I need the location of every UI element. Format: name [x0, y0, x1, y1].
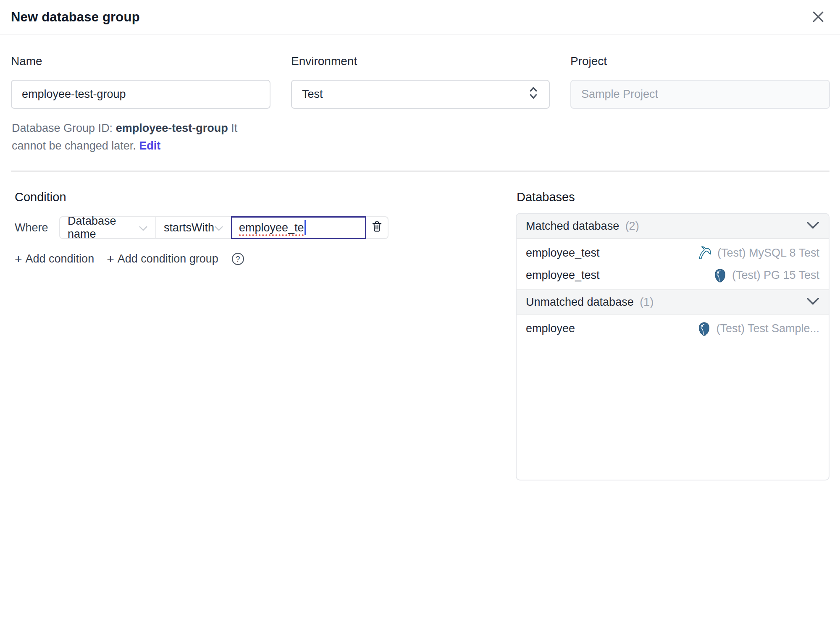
- help-icon[interactable]: ?: [232, 253, 244, 265]
- close-button[interactable]: [808, 7, 828, 27]
- group-id-helper: Database Group ID: employee-test-group I…: [12, 119, 271, 155]
- dialog-header: New database group: [0, 0, 840, 35]
- project-field-group: Project Sample Project: [570, 55, 830, 109]
- condition-links-row: + Add condition + Add condition group ?: [15, 252, 516, 265]
- edit-group-id-link[interactable]: Edit: [139, 139, 160, 152]
- database-instance: (Test) MySQL 8 Test: [697, 245, 819, 261]
- project-input-value: Sample Project: [581, 88, 658, 101]
- unmatched-database-title: Unmatched database: [526, 296, 634, 308]
- add-condition-button[interactable]: + Add condition: [15, 252, 94, 265]
- matched-database-header[interactable]: Matched database (2): [517, 214, 829, 239]
- name-label: Name: [11, 55, 270, 68]
- condition-field-select[interactable]: Database name: [59, 216, 156, 239]
- close-icon: [810, 8, 827, 26]
- databases-section: Databases Matched database (2) employee_…: [516, 190, 830, 480]
- unmatched-database-header[interactable]: Unmatched database (1): [517, 289, 829, 315]
- matched-database-title: Matched database: [526, 220, 619, 232]
- matched-database-count: (2): [625, 220, 639, 232]
- database-instance-label: (Test) Test Sample...: [716, 322, 819, 335]
- chevron-down-icon: [139, 221, 148, 234]
- database-instance-label: (Test) MySQL 8 Test: [717, 247, 819, 260]
- chevron-down-icon: [214, 221, 223, 234]
- condition-operator-select[interactable]: startsWith: [155, 216, 232, 239]
- project-label: Project: [570, 55, 830, 68]
- condition-heading: Condition: [15, 190, 516, 204]
- condition-value-text: employee_te: [239, 221, 304, 234]
- condition-row: Where Database name startsWith employee_…: [15, 216, 516, 239]
- postgresql-icon: [697, 321, 711, 336]
- database-instance: (Test) Test Sample...: [697, 321, 819, 336]
- chevron-down-icon: [806, 297, 819, 307]
- text-caret: [304, 220, 306, 235]
- database-instance-label: (Test) PG 15 Test: [732, 269, 819, 282]
- database-instance: (Test) PG 15 Test: [713, 268, 819, 283]
- dialog-title: New database group: [11, 10, 140, 25]
- database-row: employee (Test) Test Sample...: [517, 318, 829, 340]
- plus-icon: +: [15, 253, 22, 265]
- unmatched-database-count: (1): [640, 296, 654, 308]
- add-condition-label: Add condition: [26, 252, 94, 265]
- name-input-value: employee-test-group: [22, 88, 126, 101]
- postgresql-icon: [713, 268, 727, 283]
- databases-panel: Matched database (2) employee_test: [516, 213, 830, 480]
- environment-select-value: Test: [302, 88, 323, 101]
- condition-operator-value: startsWith: [164, 221, 214, 234]
- lower-area: Condition Where Database name startsWith…: [0, 172, 840, 480]
- name-input[interactable]: employee-test-group: [11, 80, 270, 109]
- database-name: employee_test: [526, 247, 600, 260]
- add-condition-group-label: Add condition group: [118, 252, 218, 265]
- delete-condition-button[interactable]: [365, 216, 388, 239]
- database-name: employee_test: [526, 269, 600, 282]
- condition-section: Condition Where Database name startsWith…: [11, 190, 516, 265]
- plus-icon: +: [107, 253, 114, 265]
- select-updown-icon: [528, 85, 539, 103]
- matched-database-rows: employee_test (Test) MySQL 8 Test employ…: [517, 239, 829, 289]
- condition-field-value: Database name: [68, 215, 139, 241]
- form-grid: Name employee-test-group Environment Tes…: [0, 35, 840, 155]
- name-field-group: Name employee-test-group: [11, 55, 270, 109]
- group-id-prefix: Database Group ID:: [12, 122, 113, 134]
- group-id-value: employee-test-group: [116, 122, 228, 134]
- database-row: employee_test (Test) MySQL 8 Test: [517, 242, 829, 264]
- environment-select[interactable]: Test: [291, 80, 550, 109]
- condition-value-input[interactable]: employee_te: [231, 216, 366, 239]
- unmatched-database-rows: employee (Test) Test Sample...: [517, 315, 829, 343]
- project-input: Sample Project: [570, 80, 830, 109]
- environment-field-group: Environment Test: [291, 55, 550, 109]
- databases-heading: Databases: [517, 190, 830, 204]
- database-name: employee: [526, 322, 575, 335]
- unmatched-database-title-wrap: Unmatched database (1): [526, 296, 654, 309]
- environment-label: Environment: [291, 55, 550, 68]
- where-label: Where: [15, 221, 59, 234]
- chevron-down-icon: [806, 221, 819, 231]
- add-condition-group-button[interactable]: + Add condition group: [107, 252, 218, 265]
- database-row: employee_test (Test) PG 15 Test: [517, 264, 829, 286]
- mysql-icon: [697, 245, 713, 261]
- matched-database-title-wrap: Matched database (2): [526, 220, 639, 233]
- trash-icon: [370, 220, 383, 236]
